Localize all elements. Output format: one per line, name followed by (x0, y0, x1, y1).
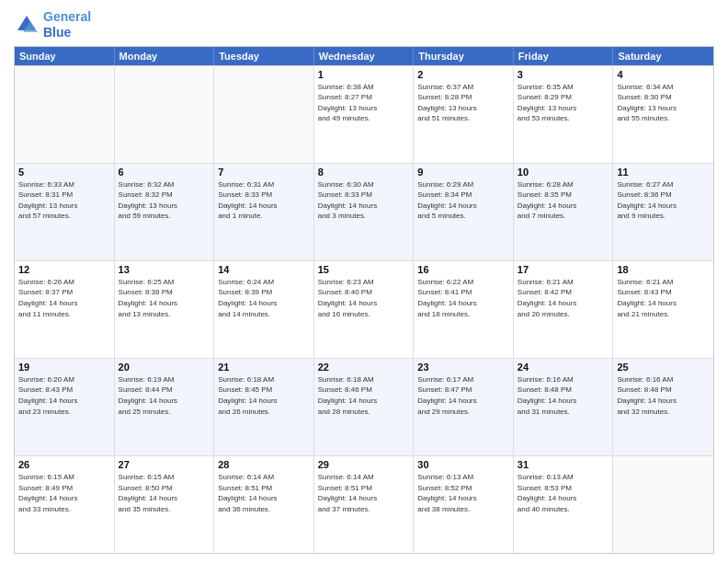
logo-icon (14, 12, 40, 38)
cal-cell: 3Sunrise: 6:35 AMSunset: 8:29 PMDaylight… (514, 66, 614, 163)
cell-text: Sunrise: 6:16 AMSunset: 8:48 PMDaylight:… (518, 374, 609, 417)
cal-cell: 30Sunrise: 6:13 AMSunset: 8:52 PMDayligh… (414, 456, 514, 553)
logo-text: General Blue (43, 9, 91, 40)
cal-cell: 1Sunrise: 6:38 AMSunset: 8:27 PMDaylight… (314, 66, 415, 163)
day-number: 6 (119, 167, 210, 178)
day-number: 16 (417, 264, 509, 275)
cell-text: Sunrise: 6:29 AMSunset: 8:34 PMDaylight:… (417, 179, 509, 222)
cal-week: 26Sunrise: 6:15 AMSunset: 8:49 PMDayligh… (15, 455, 713, 553)
cal-cell: 25Sunrise: 6:16 AMSunset: 8:48 PMDayligh… (613, 359, 713, 455)
cal-cell: 28Sunrise: 6:14 AMSunset: 8:51 PMDayligh… (214, 456, 314, 553)
day-number: 3 (518, 69, 609, 80)
cal-header-cell: Monday (115, 47, 215, 65)
cell-text: Sunrise: 6:18 AMSunset: 8:46 PMDaylight:… (318, 374, 410, 417)
cell-text: Sunrise: 6:15 AMSunset: 8:50 PMDaylight:… (119, 472, 210, 514)
cell-text: Sunrise: 6:26 AMSunset: 8:37 PMDaylight:… (18, 277, 110, 319)
cell-text: Sunrise: 6:24 AMSunset: 8:39 PMDaylight:… (218, 277, 310, 319)
logo: General Blue (14, 9, 91, 40)
cell-text: Sunrise: 6:14 AMSunset: 8:51 PMDaylight:… (218, 472, 310, 514)
day-number: 17 (518, 264, 609, 275)
page: General Blue SundayMondayTuesdayWednesda… (0, 0, 728, 563)
day-number: 31 (518, 459, 609, 470)
cal-cell: 27Sunrise: 6:15 AMSunset: 8:50 PMDayligh… (115, 456, 215, 553)
day-number: 28 (218, 459, 310, 470)
cal-cell: 12Sunrise: 6:26 AMSunset: 8:37 PMDayligh… (15, 261, 115, 358)
day-number: 23 (417, 362, 509, 373)
day-number: 2 (417, 69, 509, 80)
cell-text: Sunrise: 6:13 AMSunset: 8:53 PMDaylight:… (518, 472, 609, 514)
cal-cell: 7Sunrise: 6:31 AMSunset: 8:33 PMDaylight… (214, 164, 314, 260)
cal-week: 12Sunrise: 6:26 AMSunset: 8:37 PMDayligh… (15, 260, 713, 358)
cell-text: Sunrise: 6:32 AMSunset: 8:32 PMDaylight:… (119, 179, 210, 222)
cal-cell: 11Sunrise: 6:27 AMSunset: 8:36 PMDayligh… (613, 164, 713, 260)
cal-header-cell: Tuesday (214, 47, 314, 65)
cal-cell: 21Sunrise: 6:18 AMSunset: 8:45 PMDayligh… (214, 359, 314, 455)
day-number: 26 (18, 459, 110, 470)
cal-cell (115, 66, 215, 163)
day-number: 4 (617, 69, 710, 80)
calendar: SundayMondayTuesdayWednesdayThursdayFrid… (14, 46, 714, 554)
cal-cell: 16Sunrise: 6:22 AMSunset: 8:41 PMDayligh… (414, 261, 514, 358)
calendar-body: 1Sunrise: 6:38 AMSunset: 8:27 PMDaylight… (15, 65, 713, 553)
cal-header-cell: Sunday (15, 47, 115, 65)
day-number: 14 (218, 264, 310, 275)
day-number: 12 (18, 264, 110, 275)
header: General Blue (14, 9, 714, 40)
day-number: 9 (417, 167, 509, 178)
day-number: 27 (119, 459, 210, 470)
cal-cell: 18Sunrise: 6:21 AMSunset: 8:43 PMDayligh… (613, 261, 713, 358)
cal-cell: 20Sunrise: 6:19 AMSunset: 8:44 PMDayligh… (115, 359, 215, 455)
cal-cell: 24Sunrise: 6:16 AMSunset: 8:48 PMDayligh… (514, 359, 614, 455)
cell-text: Sunrise: 6:28 AMSunset: 8:35 PMDaylight:… (518, 179, 609, 222)
cal-cell: 15Sunrise: 6:23 AMSunset: 8:40 PMDayligh… (314, 261, 415, 358)
cell-text: Sunrise: 6:22 AMSunset: 8:41 PMDaylight:… (417, 277, 509, 319)
cell-text: Sunrise: 6:17 AMSunset: 8:47 PMDaylight:… (417, 374, 509, 417)
cal-cell: 9Sunrise: 6:29 AMSunset: 8:34 PMDaylight… (414, 164, 514, 260)
cal-cell: 2Sunrise: 6:37 AMSunset: 8:28 PMDaylight… (414, 66, 514, 163)
cal-cell: 19Sunrise: 6:20 AMSunset: 8:43 PMDayligh… (15, 359, 115, 455)
cal-cell: 13Sunrise: 6:25 AMSunset: 8:38 PMDayligh… (115, 261, 215, 358)
day-number: 8 (318, 167, 410, 178)
day-number: 5 (18, 167, 110, 178)
cell-text: Sunrise: 6:14 AMSunset: 8:51 PMDaylight:… (318, 472, 410, 514)
cell-text: Sunrise: 6:30 AMSunset: 8:33 PMDaylight:… (318, 179, 410, 222)
cal-cell (15, 66, 115, 163)
day-number: 21 (218, 362, 310, 373)
day-number: 22 (318, 362, 410, 373)
cal-week: 1Sunrise: 6:38 AMSunset: 8:27 PMDaylight… (15, 65, 713, 163)
cal-cell: 4Sunrise: 6:34 AMSunset: 8:30 PMDaylight… (613, 66, 713, 163)
cal-cell: 29Sunrise: 6:14 AMSunset: 8:51 PMDayligh… (314, 456, 415, 553)
cal-cell: 6Sunrise: 6:32 AMSunset: 8:32 PMDaylight… (115, 164, 215, 260)
day-number: 19 (18, 362, 110, 373)
cal-header-cell: Thursday (414, 47, 514, 65)
day-number: 11 (617, 167, 710, 178)
calendar-header-row: SundayMondayTuesdayWednesdayThursdayFrid… (15, 47, 713, 65)
cal-cell: 14Sunrise: 6:24 AMSunset: 8:39 PMDayligh… (214, 261, 314, 358)
cell-text: Sunrise: 6:37 AMSunset: 8:28 PMDaylight:… (417, 82, 509, 124)
cell-text: Sunrise: 6:19 AMSunset: 8:44 PMDaylight:… (119, 374, 210, 417)
cal-header-cell: Saturday (613, 47, 713, 65)
cell-text: Sunrise: 6:20 AMSunset: 8:43 PMDaylight:… (18, 374, 110, 417)
cell-text: Sunrise: 6:16 AMSunset: 8:48 PMDaylight:… (617, 374, 710, 417)
day-number: 29 (318, 459, 410, 470)
cal-cell: 5Sunrise: 6:33 AMSunset: 8:31 PMDaylight… (15, 164, 115, 260)
cell-text: Sunrise: 6:33 AMSunset: 8:31 PMDaylight:… (18, 179, 110, 222)
cal-cell: 22Sunrise: 6:18 AMSunset: 8:46 PMDayligh… (314, 359, 415, 455)
cell-text: Sunrise: 6:23 AMSunset: 8:40 PMDaylight:… (318, 277, 410, 319)
day-number: 30 (417, 459, 509, 470)
cal-week: 19Sunrise: 6:20 AMSunset: 8:43 PMDayligh… (15, 358, 713, 455)
cal-header-cell: Wednesday (314, 47, 415, 65)
cell-text: Sunrise: 6:31 AMSunset: 8:33 PMDaylight:… (218, 179, 310, 222)
cell-text: Sunrise: 6:15 AMSunset: 8:49 PMDaylight:… (18, 472, 110, 514)
day-number: 7 (218, 167, 310, 178)
cal-cell: 26Sunrise: 6:15 AMSunset: 8:49 PMDayligh… (15, 456, 115, 553)
cell-text: Sunrise: 6:38 AMSunset: 8:27 PMDaylight:… (318, 82, 410, 124)
cal-cell: 10Sunrise: 6:28 AMSunset: 8:35 PMDayligh… (514, 164, 614, 260)
cell-text: Sunrise: 6:13 AMSunset: 8:52 PMDaylight:… (417, 472, 509, 514)
cell-text: Sunrise: 6:18 AMSunset: 8:45 PMDaylight:… (218, 374, 310, 417)
cell-text: Sunrise: 6:21 AMSunset: 8:42 PMDaylight:… (518, 277, 609, 319)
cell-text: Sunrise: 6:25 AMSunset: 8:38 PMDaylight:… (119, 277, 210, 319)
cal-cell (613, 456, 713, 553)
day-number: 15 (318, 264, 410, 275)
cal-week: 5Sunrise: 6:33 AMSunset: 8:31 PMDaylight… (15, 163, 713, 260)
